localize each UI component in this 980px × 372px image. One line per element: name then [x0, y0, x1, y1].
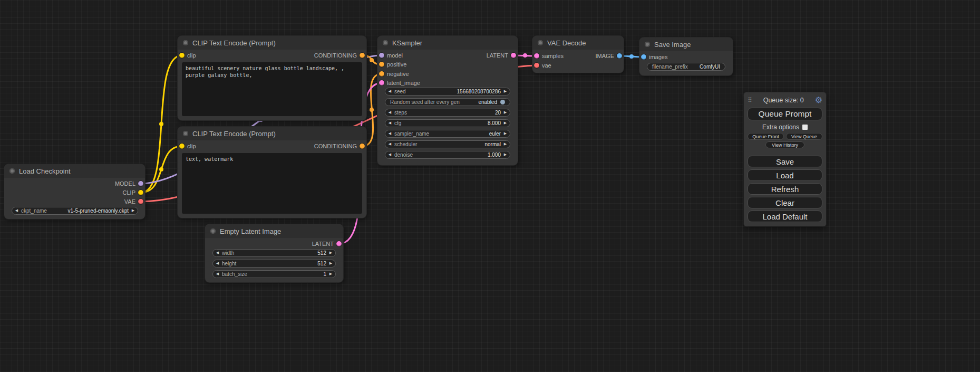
refresh-button[interactable]: Refresh: [748, 183, 822, 195]
widget-label: Random seed after every gen: [390, 99, 460, 106]
view-queue-button[interactable]: View Queue: [786, 133, 822, 140]
view-history-button[interactable]: View History: [765, 141, 804, 148]
filename-prefix-widget[interactable]: filename_prefix ComfyUI: [647, 63, 725, 71]
drag-handle-icon[interactable]: ⠿: [748, 97, 752, 104]
ckpt-name-widget[interactable]: ◀ ckpt_name v1-5-pruned-emaonly.ckpt ▶: [12, 207, 138, 215]
seed-widget[interactable]: ◀ seed 156680208700286 ▶: [385, 88, 510, 96]
widget-value: 8.000: [488, 120, 501, 127]
image-output-slot[interactable]: [617, 53, 622, 59]
node-vae-decode[interactable]: VAE Decode samples vae IMAGE: [532, 36, 624, 73]
stepper-right-icon[interactable]: ▶: [326, 271, 335, 278]
sampler-name-widget[interactable]: ◀ sampler_name euler ▶: [385, 130, 510, 138]
stepper-right-icon[interactable]: ▶: [501, 141, 510, 148]
stepper-right-icon[interactable]: ▶: [501, 151, 510, 158]
load-default-button[interactable]: Load Default: [748, 211, 822, 222]
node-clip-text-encode-positive[interactable]: CLIP Text Encode (Prompt) clip CONDITION…: [178, 36, 366, 120]
height-widget[interactable]: ◀ height 512 ▶: [212, 260, 336, 268]
positive-input-slot[interactable]: [379, 62, 384, 67]
cfg-widget[interactable]: ◀ cfg 8.000 ▶: [385, 119, 510, 127]
collapse-icon[interactable]: [9, 168, 15, 174]
stepper-right-icon[interactable]: ▶: [501, 88, 510, 95]
latent-output-slot[interactable]: [336, 241, 342, 246]
widget-label: cfg: [394, 120, 401, 127]
clear-button[interactable]: Clear: [748, 197, 822, 208]
node-title: CLIP Text Encode (Prompt): [192, 39, 276, 47]
clip-input-label: clip: [187, 143, 196, 149]
stepper-left-icon[interactable]: ◀: [385, 130, 394, 137]
collapse-icon[interactable]: [383, 40, 388, 45]
stepper-right-icon[interactable]: ▶: [501, 109, 510, 116]
link-midpoint-dot: [159, 167, 163, 171]
vae-input-slot[interactable]: [534, 63, 539, 68]
node-empty-latent-titlebar[interactable]: Empty Latent Image: [205, 224, 343, 238]
stepper-left-icon[interactable]: ◀: [385, 120, 394, 127]
stepper-left-icon[interactable]: ◀: [385, 141, 394, 148]
node-vae-decode-titlebar[interactable]: VAE Decode: [532, 36, 624, 50]
denoise-widget[interactable]: ◀ denoise 1.000 ▶: [385, 151, 510, 159]
collapse-icon[interactable]: [210, 228, 216, 234]
conditioning-output-label: CONDITIONING: [314, 143, 357, 149]
node-clip-text-encode-negative[interactable]: CLIP Text Encode (Prompt) clip CONDITION…: [178, 127, 366, 218]
settings-gear-icon[interactable]: ⚙: [815, 96, 822, 104]
node-ksampler-titlebar[interactable]: KSampler: [377, 36, 518, 50]
samples-input-slot[interactable]: [534, 53, 539, 59]
widget-value: 1.000: [488, 151, 501, 158]
clip-input-slot[interactable]: [179, 144, 185, 149]
scheduler-widget[interactable]: ◀ scheduler normal ▶: [385, 140, 510, 148]
stepper-left-icon[interactable]: ◀: [385, 109, 394, 116]
model-output-slot[interactable]: [138, 181, 143, 186]
queue-prompt-button[interactable]: Queue Prompt: [748, 108, 822, 120]
prompt-textarea[interactable]: text, watermark: [182, 153, 362, 214]
node-clip-negative-titlebar[interactable]: CLIP Text Encode (Prompt): [178, 127, 366, 140]
random-seed-toggle-widget[interactable]: Random seed after every gen enabled: [385, 98, 510, 106]
widget-value: euler: [489, 130, 501, 137]
collapse-icon[interactable]: [183, 131, 188, 136]
stepper-right-icon[interactable]: ▶: [326, 260, 335, 267]
stepper-right-icon[interactable]: ▶: [501, 130, 510, 137]
collapse-icon[interactable]: [538, 40, 543, 45]
stepper-left-icon[interactable]: ◀: [213, 250, 222, 256]
collapse-icon[interactable]: [645, 42, 650, 47]
stepper-right-icon[interactable]: ▶: [129, 207, 138, 214]
batch-size-widget[interactable]: ◀ batch_size 1 ▶: [212, 270, 336, 278]
node-load-checkpoint-titlebar[interactable]: Load Checkpoint: [4, 164, 145, 178]
extra-options-checkbox[interactable]: [802, 125, 808, 130]
toggle-indicator-icon[interactable]: [500, 100, 505, 104]
node-ksampler[interactable]: KSampler model positive negative latent_…: [377, 36, 518, 165]
node-save-image[interactable]: Save Image images filename_prefix ComfyU…: [639, 37, 733, 75]
images-input-slot[interactable]: [641, 54, 646, 60]
node-empty-latent-image[interactable]: Empty Latent Image LATENT ◀ width 512 ▶ …: [205, 224, 343, 282]
queue-actions-row: Queue Front View Queue: [748, 133, 822, 140]
latent-image-input-slot[interactable]: [379, 80, 384, 85]
node-title: Load Checkpoint: [19, 167, 71, 175]
conditioning-output-slot[interactable]: [360, 53, 365, 58]
collapse-icon[interactable]: [183, 40, 188, 45]
stepper-left-icon[interactable]: ◀: [385, 151, 394, 158]
link-midpoint-dot: [370, 58, 374, 62]
latent-output-slot[interactable]: [511, 53, 516, 58]
clip-input-slot[interactable]: [179, 53, 185, 58]
load-button[interactable]: Load: [748, 169, 822, 181]
stepper-left-icon[interactable]: ◀: [213, 271, 222, 278]
stepper-left-icon[interactable]: ◀: [213, 260, 222, 267]
clip-input-label: clip: [187, 52, 196, 59]
node-clip-positive-titlebar[interactable]: CLIP Text Encode (Prompt): [178, 36, 366, 50]
stepper-right-icon[interactable]: ▶: [501, 120, 510, 127]
node-load-checkpoint[interactable]: Load Checkpoint MODEL CLIP VAE ◀ ckpt_na…: [4, 164, 145, 219]
prompt-textarea[interactable]: beautiful scenery nature glass bottle la…: [182, 62, 362, 116]
stepper-left-icon[interactable]: ◀: [385, 88, 394, 95]
queue-front-button[interactable]: Queue Front: [748, 133, 784, 140]
clip-output-slot[interactable]: [138, 190, 143, 195]
images-input-label: images: [649, 54, 667, 60]
widget-label: filename_prefix: [652, 63, 688, 70]
stepper-left-icon[interactable]: ◀: [12, 207, 21, 214]
conditioning-output-slot[interactable]: [360, 144, 365, 149]
model-input-slot[interactable]: [379, 53, 384, 58]
node-save-image-titlebar[interactable]: Save Image: [639, 37, 733, 51]
save-button[interactable]: Save: [748, 156, 822, 167]
width-widget[interactable]: ◀ width 512 ▶: [212, 249, 336, 257]
negative-input-slot[interactable]: [379, 71, 384, 77]
vae-output-slot[interactable]: [138, 199, 143, 204]
steps-widget[interactable]: ◀ steps 20 ▶: [385, 109, 510, 117]
stepper-right-icon[interactable]: ▶: [326, 250, 335, 256]
